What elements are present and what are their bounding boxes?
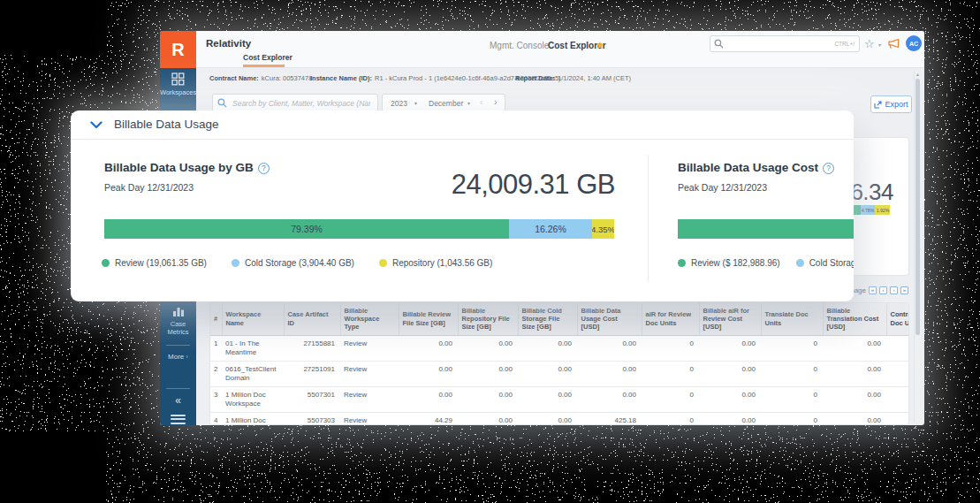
segment-label: 16.26% <box>535 224 566 234</box>
filter-search-box <box>212 94 378 112</box>
year-dropdown[interactable]: 2023 <box>391 99 407 108</box>
legend-dot-cold-storage <box>232 259 239 267</box>
bar-segment-repository: 4.35% <box>592 219 614 239</box>
sidebar-item-case-metrics[interactable]: Case Metrics <box>160 305 196 336</box>
previous-page-button[interactable]: ‹ <box>879 286 887 294</box>
workspace-cost-table: #Workspace NameCase Artifact IDBillable … <box>210 303 909 425</box>
favorite-star-icon[interactable]: ★ <box>596 40 604 51</box>
segment-label: 4.35% <box>592 225 614 234</box>
export-icon <box>874 101 882 109</box>
column-header[interactable]: Case Artifact ID <box>284 303 340 335</box>
legend-item: Cold Storage ($ <box>796 258 854 268</box>
search-icon <box>217 98 227 108</box>
report-date-value: 1/1/2024, 1:40 AM (CET) <box>558 74 631 82</box>
usage-stacked-bar: 79.39% 16.26% 4.35% <box>104 219 614 239</box>
table-row[interactable]: 101 - In The Meantime 27155881Review 0.0… <box>210 335 909 361</box>
column-header[interactable]: aiR for Review Doc Units <box>642 303 699 335</box>
month-dropdown[interactable]: December <box>429 99 463 108</box>
segment-label: 79.39% <box>291 224 323 234</box>
help-icon[interactable]: ? <box>258 163 270 174</box>
sidebar-item-label: More <box>168 353 184 361</box>
legend-item: Cold Storage (3,904.40 GB) <box>232 258 354 268</box>
active-tab-underline <box>243 65 285 67</box>
column-header[interactable]: Billable aiR for Review Cost [USD] <box>699 303 761 335</box>
global-search-box: CTRL+/ <box>710 35 860 52</box>
segment-label: 1.92% <box>876 208 889 213</box>
table-row[interactable]: 41 Million Doc Workspace 5507303Review 4… <box>210 412 909 425</box>
contract-info: Contract Name:kCura: 00537478 <box>209 74 312 82</box>
cost-stacked-bar <box>678 219 854 239</box>
nav-mgmt-console[interactable]: Mgmt. Console <box>490 41 549 50</box>
bar-segment-cold-storage: 16.26% <box>509 219 592 239</box>
usage-total: 24,009.31 GB <box>314 169 615 201</box>
help-icon[interactable]: ? <box>823 163 834 174</box>
table-row[interactable]: 20616_TestClientDomain 27251091Review 0.… <box>210 361 909 386</box>
relativity-logo[interactable]: R <box>160 31 196 68</box>
next-month-arrow[interactable]: › <box>494 97 497 107</box>
sidebar-item-workspaces[interactable]: Workspaces <box>160 72 196 97</box>
legend-dot-review <box>102 259 110 267</box>
instance-label: Instance Name (ID): <box>310 74 372 82</box>
sidebar-divider <box>166 345 190 346</box>
last-page-button[interactable]: » <box>900 286 908 294</box>
tab-cost-explorer[interactable]: Cost Explorer <box>243 53 292 62</box>
chevron-down-icon[interactable] <box>90 121 103 129</box>
panel-divider <box>648 155 649 281</box>
bar-segment-cold-storage: 4.78% <box>861 205 875 215</box>
scrollbar-up-arrow[interactable]: ▲ <box>915 72 921 77</box>
stage: R Workspaces Case Metrics More <box>0 0 980 503</box>
workspace-cost-table-panel: #Workspace NameCase Artifact IDBillable … <box>209 302 909 425</box>
user-avatar[interactable]: AC <box>906 35 922 51</box>
favorites-caret-icon[interactable]: ▾ <box>878 42 881 48</box>
bar-segment-review <box>678 219 854 239</box>
column-header[interactable]: Workspace Name <box>222 303 284 335</box>
next-page-button[interactable]: › <box>890 286 898 294</box>
column-header[interactable]: Billable Translation Cost [USD] <box>823 303 886 335</box>
sidebar-item-more[interactable]: More › <box>160 353 196 361</box>
black-block-bottomleft <box>0 431 106 503</box>
filter-search-input[interactable] <box>231 96 372 110</box>
global-search-input[interactable] <box>728 37 817 50</box>
column-header[interactable]: Billable Review File Size [GB] <box>399 303 458 335</box>
contract-label: Contract Name: <box>209 74 259 82</box>
sidebar-collapse-button[interactable]: « <box>160 394 196 407</box>
export-label: Export <box>885 100 908 109</box>
column-header[interactable]: Translate Doc Units <box>761 303 823 335</box>
bar-segment-review: 79.39% <box>104 219 509 239</box>
search-shortcut-hint: CTRL+/ <box>834 41 855 47</box>
caret-down-icon[interactable]: ▾ <box>467 100 470 106</box>
hamburger-icon <box>171 415 186 416</box>
column-header[interactable]: Contracts Doc Units <box>886 303 909 335</box>
previous-month-arrow[interactable]: ‹ <box>480 97 482 107</box>
legend-dot-repository <box>379 259 387 267</box>
scrollbar-thumb[interactable] <box>915 79 920 335</box>
bar-segment-repository: 1.92% <box>875 205 890 215</box>
first-page-button[interactable]: « <box>869 286 877 294</box>
caret-down-icon[interactable]: ▾ <box>414 100 417 106</box>
export-button[interactable]: Export <box>870 95 912 113</box>
sidebar-item-label: Workspaces <box>160 89 196 97</box>
column-header[interactable]: Billable Repository File Size [GB] <box>458 303 518 335</box>
cost-legend: Review ($ 182,988.96) Cold Storage ($ <box>678 258 854 268</box>
collapse-icon: « <box>175 394 181 407</box>
sidebar-item-label: Metrics <box>160 329 196 337</box>
period-selector: 2023 ▾ December ▾ ‹ › <box>382 94 505 112</box>
sidebar-divider <box>166 388 190 389</box>
card-title: Billable Data Usage <box>114 118 219 131</box>
top-bar: Relativity Mgmt. Console Cost Explorer ★… <box>196 31 924 68</box>
column-header[interactable]: Billable Data Usage Cost [USD] <box>577 303 642 335</box>
black-block-topleft <box>0 0 104 55</box>
announcements-megaphone-icon[interactable] <box>886 37 901 50</box>
column-header[interactable]: # <box>210 303 222 335</box>
favorites-star-icon[interactable]: ☆ <box>864 37 875 50</box>
legend-item: Review ($ 182,988.96) <box>678 258 780 268</box>
card-header: Billable Data Usage <box>71 111 854 140</box>
legend-dot-review <box>678 259 686 267</box>
column-header[interactable]: Billable Cold Storage File Size [GB] <box>518 303 577 335</box>
window-scrollbar[interactable]: ▲ <box>914 71 920 423</box>
table-row[interactable]: 31 Million Doc Workspace 5507301Review 0… <box>210 386 909 412</box>
column-header[interactable]: Billable Workspace Type <box>340 303 399 335</box>
report-date-info: Report Date:1/1/2024, 1:40 AM (CET) <box>515 74 631 82</box>
sidebar-menu-button[interactable] <box>171 412 186 425</box>
segment-label: 4.78% <box>862 208 875 213</box>
